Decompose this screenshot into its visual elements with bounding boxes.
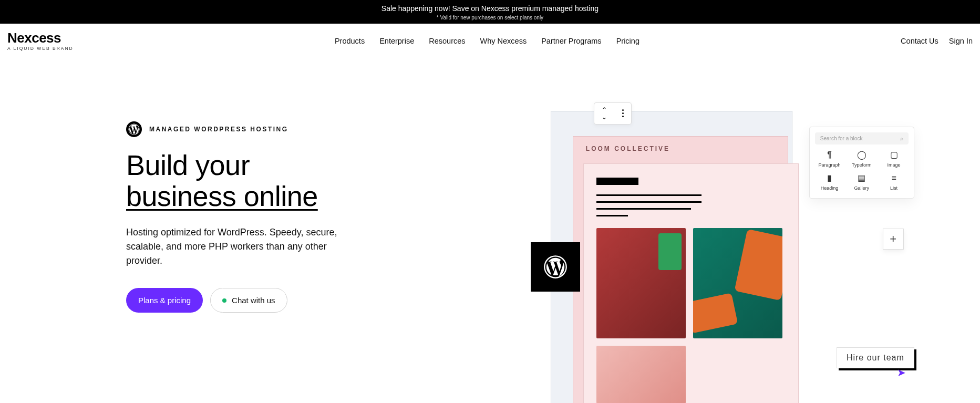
nav-pricing[interactable]: Pricing: [616, 37, 639, 45]
block-search-input[interactable]: Search for a block ⌕: [815, 132, 909, 144]
utility-nav: Contact Us Sign In: [901, 37, 973, 45]
heading-icon: ▮: [825, 174, 833, 182]
hero-cta-row: Plans & pricing Chat with us: [126, 288, 489, 313]
hero-title: Build your business online: [126, 150, 489, 212]
chat-with-us-button[interactable]: Chat with us: [210, 288, 287, 313]
hire-our-team-button[interactable]: Hire our team: [837, 347, 914, 368]
doc-text-line: [596, 215, 628, 216]
hero-copy: MANAGED WORDPRESS HOSTING Build your bus…: [0, 79, 510, 404]
hero-eyebrow-text: MANAGED WORDPRESS HOSTING: [149, 126, 288, 133]
nav-partner-programs[interactable]: Partner Programs: [541, 37, 601, 45]
block-inserter-panel: Search for a block ⌕ ¶ Paragraph ◯ Typef…: [809, 127, 914, 199]
doc-image-a: [596, 228, 686, 338]
block-heading[interactable]: ▮ Heading: [815, 174, 844, 191]
wordpress-badge: [531, 242, 580, 292]
primary-nav: Products Enterprise Resources Why Nexces…: [335, 37, 639, 45]
hero-illustration: LOOM COLLECTIVE: [510, 79, 980, 404]
search-icon: ⌕: [900, 136, 903, 141]
hero-title-line1: Build your: [126, 149, 250, 181]
cursor-icon: ➤: [897, 366, 906, 379]
block-paragraph[interactable]: ¶ Paragraph: [815, 151, 844, 168]
announcement-line1: Sale happening now! Save on Nexcess prem…: [0, 4, 980, 13]
hero-eyebrow: MANAGED WORDPRESS HOSTING: [126, 121, 489, 137]
doc-image-c: [596, 346, 686, 404]
doc-text-line: [596, 208, 691, 210]
brand-tagline: A LIQUID WEB BRAND: [7, 46, 74, 51]
site-header: Nexcess A LIQUID WEB BRAND Products Ente…: [0, 24, 980, 58]
sign-in-link[interactable]: Sign In: [949, 37, 973, 45]
add-block-button[interactable]: +: [883, 229, 904, 250]
doc-text-line: [596, 201, 702, 203]
paragraph-icon: ¶: [825, 151, 833, 159]
illustration-mid-header: LOOM COLLECTIVE: [586, 145, 670, 152]
nav-resources[interactable]: Resources: [429, 37, 465, 45]
hero-section: MANAGED WORDPRESS HOSTING Build your bus…: [0, 58, 980, 404]
announcement-bar[interactable]: Sale happening now! Save on Nexcess prem…: [0, 0, 980, 24]
move-up-down-icon[interactable]: ⌃⌄: [602, 107, 607, 120]
contact-us-link[interactable]: Contact Us: [901, 37, 938, 45]
brand-logo[interactable]: Nexcess A LIQUID WEB BRAND: [7, 31, 74, 51]
block-list[interactable]: ≡ List: [879, 174, 908, 191]
typeform-icon: ◯: [858, 151, 866, 159]
doc-text-line: [596, 194, 702, 196]
block-mover-toolbar: ⌃⌄: [594, 102, 632, 125]
block-gallery[interactable]: ▤ Gallery: [847, 174, 876, 191]
nav-products[interactable]: Products: [335, 37, 365, 45]
illustration-doc-card: [583, 163, 799, 404]
status-dot-icon: [222, 298, 226, 303]
hero-title-line2: business online: [126, 180, 318, 212]
gallery-icon: ▤: [858, 174, 866, 182]
chat-button-label: Chat with us: [232, 296, 275, 305]
hero-subhead: Hosting optimized for WordPress. Speedy,…: [126, 225, 347, 268]
more-options-icon[interactable]: [622, 109, 624, 117]
image-icon: ▢: [890, 151, 898, 159]
block-search-placeholder: Search for a block: [820, 136, 863, 141]
announcement-line2: * Valid for new purchases on select plan…: [0, 15, 980, 20]
block-typeform[interactable]: ◯ Typeform: [847, 151, 876, 168]
nav-why-nexcess[interactable]: Why Nexcess: [480, 37, 527, 45]
doc-image-b: [693, 228, 782, 338]
block-image[interactable]: ▢ Image: [879, 151, 908, 168]
list-icon: ≡: [890, 174, 898, 182]
nav-enterprise[interactable]: Enterprise: [379, 37, 414, 45]
plans-pricing-button[interactable]: Plans & pricing: [126, 288, 203, 313]
wordpress-icon: [126, 121, 142, 137]
doc-title-placeholder: [596, 178, 638, 185]
brand-name: Nexcess: [7, 31, 61, 45]
